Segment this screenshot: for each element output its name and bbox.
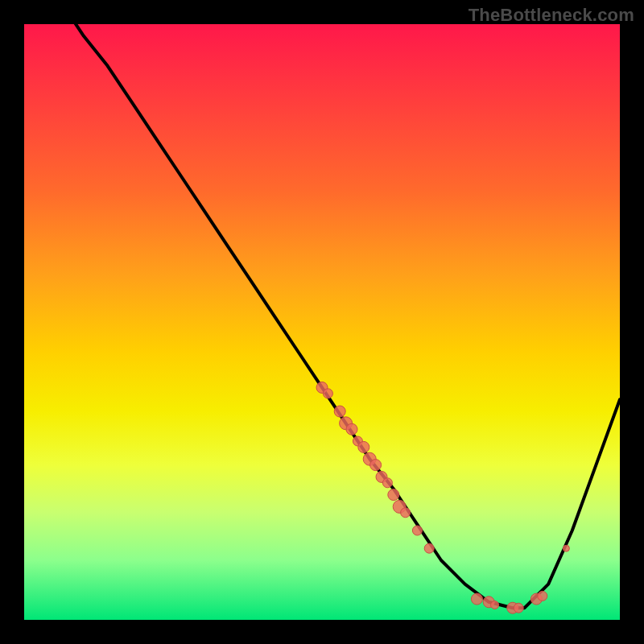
data-point <box>563 545 569 551</box>
data-point <box>514 603 523 613</box>
data-point <box>471 593 482 605</box>
data-point <box>538 591 547 601</box>
data-point <box>401 508 411 518</box>
data-point <box>358 441 369 452</box>
data-point <box>370 460 382 471</box>
data-point <box>388 489 399 501</box>
data-point <box>424 543 434 553</box>
data-point <box>323 389 332 398</box>
data-point <box>334 406 345 417</box>
data-point <box>382 478 392 488</box>
chart-svg <box>24 24 620 620</box>
data-point <box>412 526 422 535</box>
bottleneck-curve <box>24 0 620 608</box>
chart-frame: TheBottleneck.com <box>0 0 644 644</box>
data-point <box>491 601 499 609</box>
watermark: TheBottleneck.com <box>469 5 634 26</box>
data-point <box>346 423 357 435</box>
plot-area <box>24 24 620 620</box>
